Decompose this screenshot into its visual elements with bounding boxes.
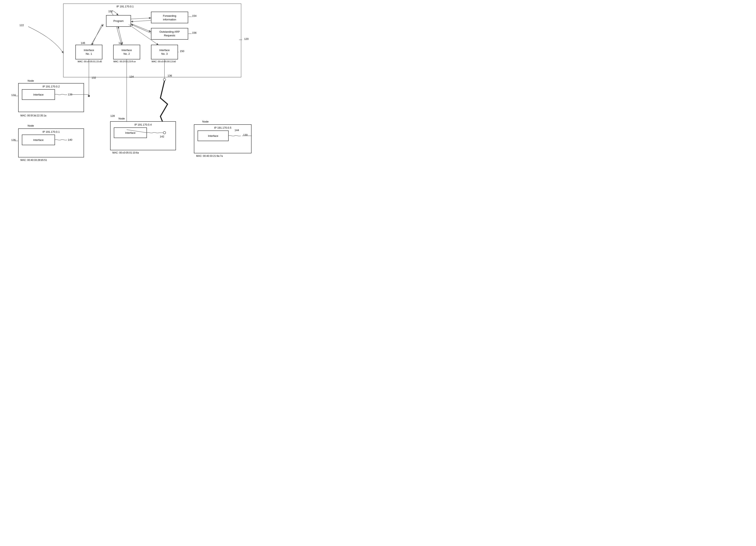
svg-text:MAC: 00:c0:05:01:10:6a: MAC: 00:c0:05:01:10:6a — [112, 151, 139, 154]
svg-rect-12 — [151, 28, 188, 39]
svg-text:No. 2: No. 2 — [123, 52, 130, 55]
svg-text:IP 191.170.0.1: IP 191.170.0.1 — [116, 5, 134, 8]
svg-point-77 — [163, 132, 166, 134]
svg-point-50 — [163, 127, 166, 129]
svg-text:Outstanding ARP: Outstanding ARP — [159, 30, 180, 33]
svg-text:MAC: 00:40:33:21:9a:7a: MAC: 00:40:33:21:9a:7a — [196, 155, 223, 158]
svg-text:142: 142 — [160, 135, 164, 138]
svg-text:MAC: 00:40:33:28:b5:51: MAC: 00:40:33:28:b5:51 — [20, 159, 47, 162]
svg-text:Node: Node — [119, 117, 125, 120]
svg-text:Node: Node — [28, 79, 34, 82]
svg-text:144: 144 — [235, 129, 239, 132]
svg-line-41 — [129, 25, 158, 45]
svg-text:124: 124 — [11, 94, 16, 97]
svg-text:146: 146 — [81, 41, 85, 45]
svg-point-44 — [88, 95, 90, 97]
svg-point-49 — [163, 78, 166, 81]
svg-line-37 — [92, 24, 102, 45]
svg-text:MAC: 00:5f:3d:22:35:1a: MAC: 00:5f:3d:22:35:1a — [20, 114, 46, 117]
network-diagram: IP 191.170.0.1 120 Program 152 Forwardin… — [0, 0, 259, 178]
svg-text:information: information — [163, 18, 176, 21]
svg-rect-0 — [63, 4, 241, 77]
svg-rect-62 — [18, 129, 84, 157]
svg-text:MAC: 00:c0:05:00:13:b0: MAC: 00:c0:05:00:13:b0 — [152, 60, 176, 63]
svg-rect-26 — [113, 45, 140, 59]
svg-text:Node: Node — [202, 120, 209, 123]
svg-line-90 — [127, 130, 147, 133]
svg-text:138: 138 — [68, 93, 72, 96]
svg-rect-71 — [110, 122, 176, 150]
svg-line-39 — [116, 27, 122, 45]
svg-text:128: 128 — [110, 114, 115, 117]
svg-text:MAC: 00:2f:55:23:ff:ce: MAC: 00:2f:55:23:ff:ce — [113, 60, 136, 63]
svg-line-40 — [118, 27, 123, 45]
svg-rect-4 — [106, 15, 131, 27]
svg-text:IP 191.170.0.5: IP 191.170.0.5 — [214, 126, 231, 129]
svg-text:132: 132 — [92, 76, 96, 79]
svg-text:Interface: Interface — [122, 49, 132, 52]
svg-rect-21 — [76, 45, 102, 59]
svg-text:IP 191.170.0.4: IP 191.170.0.4 — [134, 123, 152, 126]
svg-rect-81 — [194, 125, 251, 153]
svg-text:MAC: 00:c0:05:01:15:d5: MAC: 00:c0:05:01:15:d5 — [78, 60, 102, 63]
svg-text:140: 140 — [68, 138, 72, 141]
svg-text:148: 148 — [119, 41, 123, 45]
svg-rect-73 — [114, 128, 147, 138]
svg-text:154: 154 — [192, 14, 197, 17]
svg-line-19 — [131, 23, 151, 32]
svg-text:152: 152 — [108, 10, 113, 13]
svg-text:Requests: Requests — [164, 34, 175, 37]
svg-text:Forwarding: Forwarding — [163, 14, 176, 17]
svg-text:136: 136 — [168, 74, 172, 77]
svg-text:156: 156 — [192, 31, 197, 34]
svg-line-38 — [91, 25, 103, 45]
svg-text:134: 134 — [129, 75, 134, 78]
svg-text:122: 122 — [19, 24, 24, 27]
svg-text:Interface: Interface — [208, 134, 218, 138]
svg-text:Interface: Interface — [159, 49, 170, 52]
svg-text:Interface: Interface — [125, 131, 136, 134]
svg-rect-31 — [151, 45, 178, 59]
svg-text:150: 150 — [180, 50, 184, 53]
svg-text:IP 191.170.0.1: IP 191.170.0.1 — [42, 130, 60, 133]
svg-text:Interface: Interface — [84, 49, 94, 52]
svg-text:Interface: Interface — [33, 93, 44, 96]
svg-line-18 — [131, 20, 151, 22]
svg-rect-83 — [198, 131, 228, 141]
svg-rect-7 — [151, 12, 188, 23]
svg-line-20 — [131, 25, 151, 33]
svg-line-17 — [131, 18, 151, 19]
svg-text:130: 130 — [243, 133, 248, 136]
svg-rect-52 — [18, 83, 84, 112]
svg-text:Program: Program — [113, 19, 124, 22]
diagram-svg: IP 191.170.0.1 120 Program 152 Forwardin… — [0, 0, 259, 178]
svg-text:120: 120 — [244, 37, 249, 40]
svg-rect-54 — [22, 89, 55, 100]
svg-text:No. 1: No. 1 — [86, 52, 92, 55]
svg-text:126: 126 — [11, 139, 16, 142]
svg-text:Node: Node — [28, 124, 34, 127]
svg-text:Interface: Interface — [33, 139, 44, 142]
svg-text:IP 191.170.0.2: IP 191.170.0.2 — [42, 85, 60, 88]
svg-text:No. 3: No. 3 — [161, 52, 168, 55]
svg-rect-64 — [22, 135, 55, 145]
